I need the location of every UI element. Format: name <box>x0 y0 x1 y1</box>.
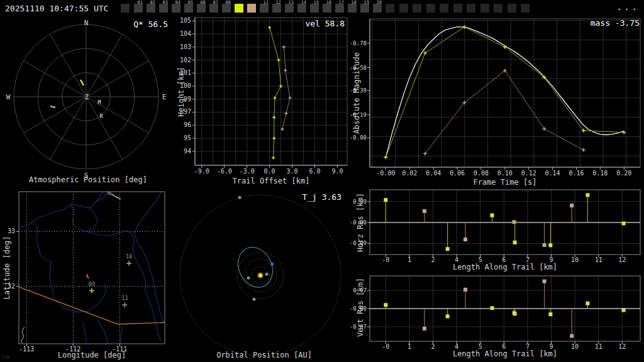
frame-box[interactable] <box>121 4 130 13</box>
svg-text:W: W <box>6 93 11 101</box>
svg-text:0.16: 0.16 <box>569 170 584 177</box>
svg-text:-9.0: -9.0 <box>194 168 209 175</box>
svg-text:11: 11 <box>121 295 128 301</box>
mag-xlabel: Frame Time [s] <box>359 178 644 187</box>
horz-xlabel: Length Along Trail [km] <box>359 263 644 272</box>
svg-text:E: E <box>162 93 167 101</box>
svg-text:Z: Z <box>85 94 89 101</box>
frame-box[interactable] <box>508 4 516 13</box>
frame-box[interactable] <box>440 4 448 13</box>
svg-text:0.14: 0.14 <box>545 170 560 177</box>
frame-box[interactable] <box>467 4 475 13</box>
ground-track-map: 091011-113-112-1113332 <box>0 189 176 362</box>
svg-text:0.18: 0.18 <box>592 170 608 177</box>
frame-box-09[interactable]: 09 <box>235 4 243 13</box>
svg-text:95: 95 <box>184 134 191 141</box>
tj-value-label: T_j 3.63 <box>302 192 341 202</box>
frame-box[interactable] <box>453 4 462 13</box>
meteor-analysis-dashboard: { "header": { "timestamp": "20251110 10:… <box>0 0 644 362</box>
svg-text:0.06: 0.06 <box>450 170 465 177</box>
svg-text:33: 33 <box>8 228 15 234</box>
svg-text:-0.00: -0.00 <box>376 170 395 177</box>
frame-box-06[interactable]: 06 <box>197 4 206 13</box>
svg-text:-0.78: -0.78 <box>350 40 367 47</box>
svg-text:-3.0: -3.0 <box>240 168 255 175</box>
frame-box-07[interactable]: 07 <box>209 4 218 13</box>
svg-text:6.0: 6.0 <box>309 168 320 175</box>
svg-text:3.0: 3.0 <box>287 168 298 175</box>
frame-box-15[interactable]: 15 <box>310 4 319 13</box>
svg-text:0.04: 0.04 <box>426 170 441 177</box>
frame-box[interactable] <box>399 4 408 13</box>
svg-text:96: 96 <box>184 121 191 128</box>
frame-box-16[interactable]: 16 <box>323 4 331 13</box>
horz-residuals-plot: -012456791011120.09-0.00-0.09 <box>352 186 644 274</box>
orbital-position-plot <box>176 189 352 362</box>
svg-text:-0.00: -0.00 <box>350 134 367 141</box>
svg-text:M: M <box>98 100 101 106</box>
svg-text:0.0: 0.0 <box>264 168 275 175</box>
frame-box[interactable] <box>386 4 394 13</box>
svg-text:10: 10 <box>126 253 133 260</box>
frame-box-17[interactable]: 17 <box>335 4 344 13</box>
timestamp: 20251110 10:47:55 UTC <box>5 4 108 13</box>
trail-xlabel: Trail Offset [km] <box>189 177 353 185</box>
mass-value-label: mass -3.75 <box>591 18 640 28</box>
svg-text:N: N <box>84 19 89 27</box>
mag-ylabel: Absolute Magnitude <box>352 52 361 134</box>
trail-offset-plot: -9.0-6.0-3.00.03.06.09.01051041031021011… <box>176 15 352 189</box>
frame-box-04[interactable]: 04 <box>172 4 180 13</box>
frame-box-18[interactable]: 18 <box>348 4 357 13</box>
svg-text:0.08: 0.08 <box>474 170 489 177</box>
magnitude-plot: -0.000.020.040.060.080.100.120.140.160.1… <box>352 15 644 189</box>
frame-box[interactable] <box>494 4 502 13</box>
frame-box-05[interactable]: 05 <box>184 4 193 13</box>
orbit-caption: Orbital Position [AU] <box>176 351 352 359</box>
trail-ylabel: Height [km] <box>177 67 186 116</box>
q-value-label: Q* 56.5 <box>133 19 168 29</box>
sky-polar-plot: NSWEZMR <box>0 15 176 189</box>
svg-text:0.20: 0.20 <box>616 170 631 177</box>
frame-box[interactable] <box>413 4 421 13</box>
svg-text:9.0: 9.0 <box>331 168 343 175</box>
ellipsis-menu[interactable]: ... <box>616 1 639 13</box>
svg-text:0.02: 0.02 <box>402 170 417 177</box>
frame-box-12[interactable]: 12 <box>272 4 281 13</box>
svg-text:0.10: 0.10 <box>497 170 513 177</box>
horz-ylabel: Horz Res [km] <box>356 193 365 252</box>
frame-box-08[interactable]: 08 <box>222 4 231 13</box>
corner-watermark: rjw <box>1 354 9 359</box>
svg-text:103: 103 <box>180 43 191 50</box>
frame-box-03[interactable]: 03 <box>159 4 168 13</box>
frame-box-14[interactable]: 14 <box>297 4 306 13</box>
frame-box-10[interactable]: 10 <box>247 4 256 13</box>
map-xlabel: Longitude [deg] <box>4 351 180 359</box>
frame-box-13[interactable]: 13 <box>285 4 294 13</box>
svg-text:104: 104 <box>180 30 191 37</box>
svg-text:0.12: 0.12 <box>521 170 536 177</box>
sky-caption: Atmospheric Position [deg] <box>0 175 176 184</box>
svg-text:94: 94 <box>184 148 191 155</box>
frame-box-20[interactable]: 20 <box>373 4 382 13</box>
frame-box[interactable] <box>521 4 530 13</box>
map-ylabel: Latitude [deg] <box>3 236 11 299</box>
frame-box[interactable] <box>426 4 435 13</box>
vel-value-label: vel 58.8 <box>305 19 345 28</box>
vert-residuals-plot: -012456791011120.07-0.00-0.07 <box>352 274 644 362</box>
vert-xlabel: Length Along Trail [km] <box>359 349 644 358</box>
vert-ylabel: Vert Res [km] <box>356 278 365 337</box>
frame-box[interactable] <box>480 4 489 13</box>
svg-text:102: 102 <box>180 57 191 63</box>
frame-box-11[interactable]: 11 <box>260 4 269 13</box>
frame-box-19[interactable]: 19 <box>360 4 369 13</box>
frame-box-01[interactable]: 01 <box>134 4 143 13</box>
svg-text:R: R <box>100 114 103 119</box>
svg-text:09: 09 <box>88 281 95 287</box>
svg-text:105: 105 <box>180 17 191 24</box>
frame-box-02[interactable]: 02 <box>147 4 155 13</box>
svg-text:-6.0: -6.0 <box>217 168 232 175</box>
